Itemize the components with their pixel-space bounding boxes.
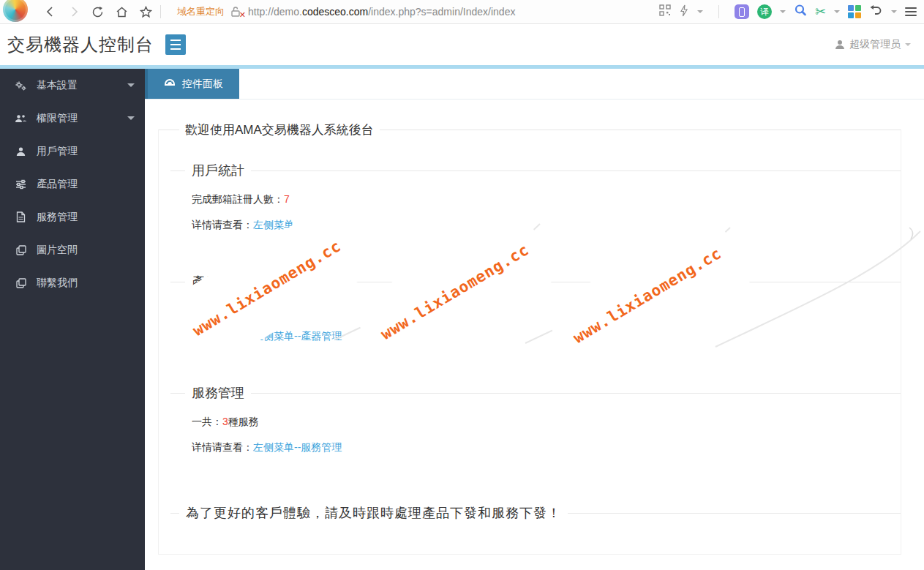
sidebar-item-label: 聯繫我們 xyxy=(37,277,78,290)
address-bar-url[interactable]: http://demo.codesceo.com/index.php?s=adm… xyxy=(248,6,515,18)
search-magnifier-icon[interactable] xyxy=(794,4,807,20)
tab-control-panel[interactable]: 控件面板 xyxy=(145,69,239,99)
sidebar-item-permissions[interactable]: 權限管理 xyxy=(0,102,145,135)
screenshot-scissors-icon[interactable]: ✂ xyxy=(815,5,826,18)
detail-line: 详情请查看：左侧菜单--產器管理 xyxy=(192,329,901,343)
url-domain: codesceo.com xyxy=(302,6,368,18)
url-scheme: http://demo. xyxy=(248,6,302,18)
file-icon xyxy=(15,211,27,222)
users-icon xyxy=(15,113,27,124)
welcome-heading: 歡迎使用AMA交易機器人系統後台 xyxy=(179,121,380,138)
sidebar-item-basic-settings[interactable]: 基本設置 xyxy=(0,69,145,102)
detail-line: 详情请查看：左侧菜单--用戶管理 xyxy=(192,217,901,232)
mobile-extension-icon[interactable] xyxy=(735,4,749,19)
apps-grid-icon[interactable] xyxy=(848,5,861,18)
toolbar-chevron-down-icon[interactable] xyxy=(697,10,703,13)
chevron-down-icon xyxy=(127,83,135,87)
clone-icon xyxy=(15,278,27,288)
welcome-panel: 歡迎使用AMA交易機器人系統後台 用戶統計 完成郵箱註冊人數：7 详情请查看：左… xyxy=(158,121,901,555)
user-avatar-icon xyxy=(835,40,845,50)
clone-icon xyxy=(15,245,27,255)
section-products: 產品 一共：3產品 详情请查看：左侧菜单--產器管理 xyxy=(170,273,901,361)
domain-redirect-label[interactable]: 域名重定向 xyxy=(177,5,225,18)
stat-value: 3 xyxy=(222,304,228,316)
dashboard-icon xyxy=(164,78,176,90)
sidebar-item-label: 服務管理 xyxy=(37,211,78,224)
stat-line: 一共：3產品 xyxy=(192,303,901,318)
user-menu-caret-icon xyxy=(905,43,911,46)
bookmark-star-icon[interactable] xyxy=(139,5,153,19)
sidebar-item-label: 基本設置 xyxy=(37,79,78,92)
sidebar-item-label: 用戶管理 xyxy=(37,145,78,158)
stat-line: 一共：3種服務 xyxy=(192,414,901,429)
chevron-down-icon xyxy=(127,116,135,120)
browser-logo[interactable] xyxy=(3,0,28,22)
main-content: 歡迎使用AMA交易機器人系統後台 用戶統計 完成郵箱註冊人數：7 详情请查看：左… xyxy=(145,100,924,570)
qr-code-icon[interactable] xyxy=(659,4,671,19)
forward-icon[interactable] xyxy=(67,5,80,18)
section-services: 服務管理 一共：3種服務 详情请查看：左侧菜单--服務管理 xyxy=(170,384,901,472)
section-heading: 用戶統計 xyxy=(185,162,251,179)
tab-label: 控件面板 xyxy=(182,78,223,91)
toolbar-divider xyxy=(718,5,719,18)
sidebar-item-label: 權限管理 xyxy=(37,112,78,125)
stat-value: 7 xyxy=(284,193,290,205)
gears-icon xyxy=(15,80,27,91)
user-menu[interactable]: 超级管理员 xyxy=(835,38,911,51)
undo-history-icon[interactable] xyxy=(869,4,883,20)
sidebar-toggle-button[interactable] xyxy=(165,34,186,55)
user-icon xyxy=(15,146,27,157)
footer-note-text: 為了更好的客戶體驗，請及時跟時處理產品下發和服務下發！ xyxy=(179,504,568,522)
insecure-lock-icon[interactable]: ✕ xyxy=(230,6,244,18)
section-heading: 產品 xyxy=(185,273,225,290)
sidebar-item-contact[interactable]: 聯繫我們 xyxy=(0,266,145,299)
app-header: 交易機器人控制台 超级管理员 xyxy=(0,24,924,65)
url-path: /index.php?s=admin/Index/index xyxy=(368,6,515,18)
translate-extension-icon[interactable]: 译 xyxy=(757,4,772,19)
link-user-management[interactable]: 左侧菜单--用戶管理 xyxy=(253,219,342,230)
section-heading: 服務管理 xyxy=(185,384,251,402)
translate-dropdown-caret-icon[interactable] xyxy=(780,10,786,13)
section-user-stats: 用戶統計 完成郵箱註冊人數：7 详情请查看：左侧菜单--用戶管理 xyxy=(170,162,901,250)
stat-line: 完成郵箱註冊人數：7 xyxy=(192,192,901,206)
browser-toolbar: 域名重定向 ✕ http://demo.codesceo.com/index.p… xyxy=(0,0,924,24)
refresh-icon[interactable] xyxy=(91,5,105,19)
link-service-management[interactable]: 左侧菜单--服務管理 xyxy=(253,441,342,453)
toolbar-divider xyxy=(160,5,161,18)
sidebar-item-services[interactable]: 服務管理 xyxy=(0,200,145,233)
lightning-icon[interactable] xyxy=(679,4,689,20)
home-icon[interactable] xyxy=(115,5,129,19)
stat-value: 3 xyxy=(222,416,228,427)
browser-menu-icon[interactable] xyxy=(905,5,917,18)
link-product-management[interactable]: 左侧菜单--產器管理 xyxy=(253,330,342,342)
tab-bar: 控件面板 xyxy=(145,69,924,100)
sidebar-item-image-space[interactable]: 圖片空間 xyxy=(0,233,145,266)
sidebar-item-label: 圖片空間 xyxy=(37,244,78,257)
sidebar-item-products[interactable]: 產品管理 xyxy=(0,168,145,200)
footer-note-panel: 為了更好的客戶體驗，請及時跟時處理產品下發和服務下發！ xyxy=(170,504,901,532)
undo-dropdown-caret-icon[interactable] xyxy=(891,10,897,13)
sidebar-item-label: 產品管理 xyxy=(37,178,78,191)
page-title: 交易機器人控制台 xyxy=(7,33,154,56)
scissors-dropdown-caret-icon[interactable] xyxy=(834,10,840,13)
user-name: 超级管理员 xyxy=(849,38,901,51)
detail-line: 详情请查看：左侧菜单--服務管理 xyxy=(192,440,901,454)
back-icon[interactable] xyxy=(44,5,57,18)
sidebar-nav: 基本設置 權限管理 用戶管理 產品管理 服務管理 xyxy=(0,69,145,570)
sliders-icon xyxy=(15,179,27,190)
sidebar-item-users[interactable]: 用戶管理 xyxy=(0,135,145,168)
